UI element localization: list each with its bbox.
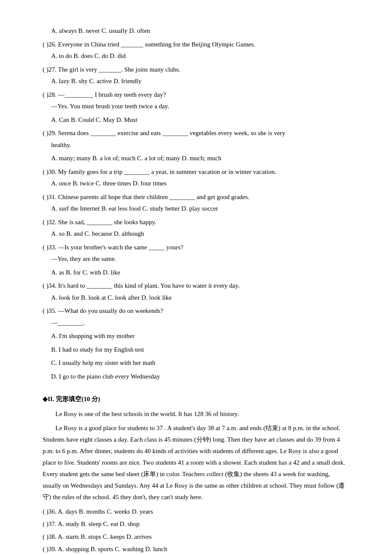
q37: ( )37. A. study B. sleep C. eat D. shop bbox=[43, 519, 349, 530]
line-q28-opt: A. Can B. Could C. May D. Must bbox=[43, 115, 349, 126]
line-q28: ( )28. —_________ I brush my teeth every… bbox=[43, 90, 349, 101]
line-q35-c: C. I usually help my sister with her mat… bbox=[43, 358, 349, 369]
line-q28-sub: —Yes. You must brush your teeth twice a … bbox=[43, 101, 349, 112]
cloze-section: ◆II. 完形填空(10 分) Le Rosy is one of the be… bbox=[43, 394, 349, 555]
line-q32: ( )32. She is sad, ________ she looks ha… bbox=[43, 217, 349, 228]
line-q31: ( )31. Chinese parents all hope that the… bbox=[43, 192, 349, 203]
line-q29-cont: healthy. bbox=[43, 140, 349, 151]
q39: ( )39. A. shopping B. sports C. washing … bbox=[43, 544, 349, 555]
passage-p1: Le Rosy is one of the best schools in th… bbox=[43, 408, 349, 420]
cloze-questions: ( )36. A. days B. months C. weeks D. yea… bbox=[43, 506, 349, 555]
line-q34: ( )34. It's hard to ________ this kind o… bbox=[43, 280, 349, 292]
line-q35-b: B. I had to study for my English test bbox=[43, 344, 349, 356]
passage-p2: Le Rosy is a good place for students to … bbox=[43, 422, 349, 503]
line-q33-sub: —Yes, they are the same. bbox=[43, 254, 349, 265]
mcq-section: A. always B. never C. usually D. often (… bbox=[43, 26, 349, 382]
line-q33: ( )33. —Is your brother's watch the same… bbox=[43, 242, 349, 253]
line-q29-opt: A. many; many B. a lot of; much C. a lot… bbox=[43, 153, 349, 164]
q38: ( )38. A. starts B. stops C. keeps D. ar… bbox=[43, 532, 349, 543]
line-q31-opt: A. surf the Internet B. eat less food C.… bbox=[43, 203, 349, 214]
line-q27-opt: A. lazy B. shy C. active D. friendly bbox=[43, 76, 349, 87]
line-q27: ( )27. The girl is very _______. She joi… bbox=[43, 64, 349, 75]
line-q33-opt: A. as B. for C. with D. like bbox=[43, 267, 349, 278]
q36: ( )36. A. days B. months C. weeks D. yea… bbox=[43, 506, 349, 517]
line-q30: ( )30. My family goes for a trip _______… bbox=[43, 167, 349, 178]
line-q35-d: D. I go to the piano club every Wednesda… bbox=[43, 371, 349, 382]
line-q30-opt: A. once B. twice C. three times D. four … bbox=[43, 178, 349, 189]
line-q35: ( )35. —What do you usually do on weeken… bbox=[43, 306, 349, 317]
section2-header: ◆II. 完形填空(10 分) bbox=[43, 394, 349, 405]
line-q34-opt: A. look for B. look at C. look after D. … bbox=[43, 292, 349, 304]
line-q35-sub: —________. bbox=[43, 318, 349, 329]
line-q26-opt: A. to do B. does C. do D. did bbox=[43, 51, 349, 62]
line-always: A. always B. never C. usually D. often bbox=[43, 26, 349, 37]
exam-content: A. always B. never C. usually D. often (… bbox=[43, 26, 349, 555]
line-q26: ( )26. Everyone in China tried _______ s… bbox=[43, 39, 349, 50]
line-q35-a: A. I'm shopping with my mother bbox=[43, 331, 349, 342]
line-q29: ( )29. Serena does ________ exercise and… bbox=[43, 128, 349, 139]
line-q32-opt: A. so B. and C. because D. although bbox=[43, 228, 349, 240]
